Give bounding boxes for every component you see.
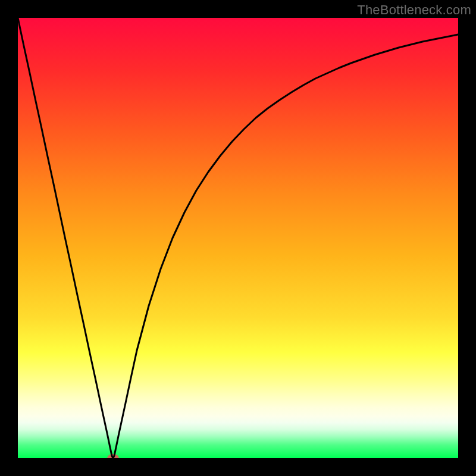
plot-area — [18, 18, 458, 458]
curve-path — [18, 18, 458, 458]
curve-layer — [18, 18, 458, 458]
chart-frame: TheBottleneck.com — [0, 0, 476, 476]
watermark-text: TheBottleneck.com — [357, 2, 471, 18]
